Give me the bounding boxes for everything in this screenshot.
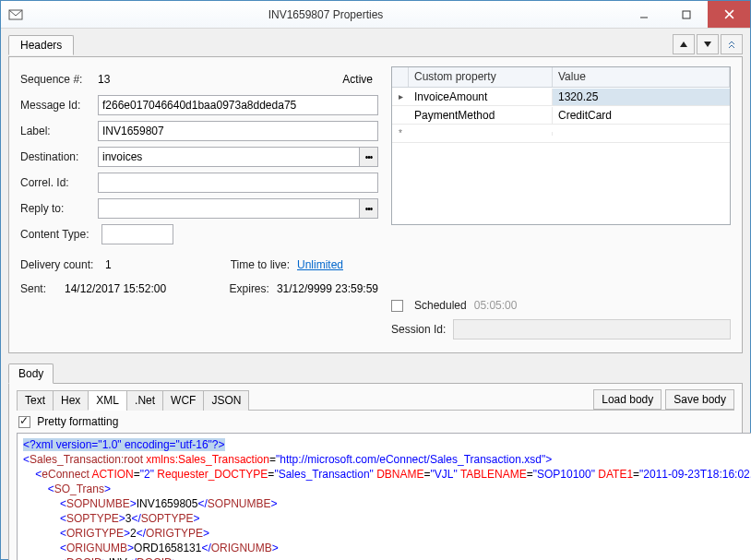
ctype-label: Content Type:	[20, 228, 101, 241]
tab-body[interactable]: Body	[8, 363, 54, 384]
reply-browse-button[interactable]: •••	[360, 198, 378, 219]
xml-content[interactable]: <?xml version="1.0" encoding="utf-16"?><…	[17, 433, 751, 560]
maximize-button[interactable]	[665, 1, 708, 28]
label-input[interactable]	[98, 121, 378, 141]
ttl-label: Time to live:	[231, 258, 290, 271]
table-row[interactable]: PaymentMethodCreditCard	[392, 106, 730, 125]
correl-input[interactable]	[98, 173, 378, 193]
custom-properties-grid[interactable]: Custom property Value ▸InvoiceAmount1320…	[391, 66, 731, 225]
seq-value: 13	[98, 73, 110, 86]
sent-value: 14/12/2017 15:52:00	[65, 282, 166, 295]
table-row-new[interactable]: *	[392, 125, 730, 143]
svg-rect-2	[683, 11, 690, 18]
subtab-hex[interactable]: Hex	[53, 390, 89, 411]
svg-marker-5	[680, 42, 687, 47]
msgid-label: Message Id:	[20, 99, 98, 112]
reply-label: Reply to:	[20, 202, 98, 215]
grid-col-property[interactable]: Custom property	[409, 67, 553, 87]
expires-value: 31/12/9999 23:59:59	[277, 282, 378, 295]
window-title: INV1659807 Properties	[29, 8, 623, 21]
delivery-label: Delivery count:	[20, 258, 98, 271]
prop-name: InvoiceAmount	[409, 89, 553, 105]
dest-input[interactable]	[98, 147, 360, 167]
msgid-input[interactable]	[98, 95, 378, 115]
headers-panel: Sequence #: 13 Active Message Id: Label:…	[8, 56, 743, 353]
svg-marker-6	[704, 42, 711, 47]
subtab-net[interactable]: .Net	[126, 390, 163, 411]
session-label: Session Id:	[391, 323, 446, 336]
subtab-json[interactable]: JSON	[203, 390, 249, 411]
ctype-input[interactable]	[101, 224, 173, 244]
dest-label: Destination:	[20, 150, 98, 163]
tab-headers[interactable]: Headers	[8, 35, 74, 55]
prop-value: CreditCard	[553, 107, 730, 124]
delivery-value: 1	[105, 258, 112, 271]
correl-label: Correl. Id:	[20, 176, 98, 189]
app-icon	[8, 7, 23, 22]
save-body-button[interactable]: Save body	[665, 389, 734, 410]
subtab-text[interactable]: Text	[17, 390, 54, 411]
prop-value: 1320.25	[553, 89, 730, 105]
scheduled-checkbox[interactable]	[391, 300, 403, 312]
close-button[interactable]	[708, 1, 750, 28]
subtab-wcf[interactable]: WCF	[162, 390, 204, 411]
scheduled-value: 05:05:00	[474, 299, 518, 312]
minimize-button[interactable]	[623, 1, 665, 28]
expires-label: Expires:	[230, 282, 269, 295]
ttl-link[interactable]: Unlimited	[297, 258, 343, 271]
table-row[interactable]: ▸InvoiceAmount1320.25	[392, 88, 730, 106]
nav-up-button[interactable]	[673, 34, 695, 54]
grid-col-value[interactable]: Value	[553, 67, 730, 87]
pretty-checkbox[interactable]	[18, 416, 30, 428]
reply-input[interactable]	[98, 198, 360, 219]
seq-label: Sequence #:	[20, 73, 98, 86]
dest-browse-button[interactable]: •••	[360, 147, 378, 167]
label-label: Label:	[20, 125, 98, 137]
scheduled-label: Scheduled	[414, 299, 467, 312]
prop-name: PaymentMethod	[409, 107, 553, 124]
load-body-button[interactable]: Load body	[593, 389, 662, 410]
subtab-xml[interactable]: XML	[88, 390, 127, 411]
session-input	[453, 319, 731, 340]
pretty-label: Pretty formatting	[37, 415, 118, 428]
active-label: Active	[342, 73, 378, 86]
nav-collapse-button[interactable]	[721, 34, 743, 54]
sent-label: Sent:	[20, 282, 57, 295]
window: INV1659807 Properties Headers Sequence #…	[0, 0, 751, 560]
titlebar: INV1659807 Properties	[1, 1, 750, 29]
nav-down-button[interactable]	[697, 34, 719, 54]
body-panel: TextHexXML.NetWCFJSONLoad bodySave body …	[8, 383, 743, 560]
